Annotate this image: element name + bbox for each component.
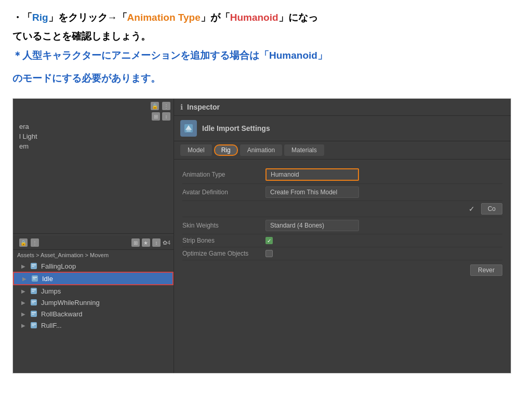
avatar-definition-value[interactable]: Create From This Model (265, 187, 359, 198)
jump-running-arrow: ▶ (21, 300, 25, 305)
inspector-panel: ℹ Inspector Idle Import Settings Model R… (174, 99, 511, 373)
animation-type-label: Animation Type (182, 171, 265, 178)
optimize-checkbox[interactable] (265, 250, 273, 257)
idle-label: Idle (42, 275, 53, 283)
svg-rect-8 (32, 291, 34, 292)
svg-rect-1 (32, 264, 36, 265)
import-settings-header: Idle Import Settings (174, 116, 511, 141)
page-container: ・「Rig」をクリック→「Animation Type」が「Humanoid」に… (0, 0, 532, 374)
file-icon-jumps (30, 287, 38, 295)
hierarchy-em[interactable]: em (13, 141, 174, 151)
project-toolbar: 🔒 ⋮ ⊞ ★ ↕ ✿4 (13, 236, 174, 250)
project-lock-icon: 🔒 (19, 238, 28, 247)
tab-materials[interactable]: Materials (284, 144, 324, 156)
project-panel: 🔒 ⋮ ⊞ ★ ↕ ✿4 Assets > Asset_Animation > … (13, 234, 174, 373)
more-arrow: ▶ (21, 323, 25, 328)
project-count: ✿4 (163, 240, 170, 246)
avatar-definition-label: Avatar Definition (182, 189, 265, 196)
animation-type-value[interactable]: Humanoid (265, 168, 359, 181)
line2: ていることを確認しましょう。 (12, 28, 520, 45)
svg-rect-16 (32, 324, 36, 325)
configure-row: ✓ Co (182, 201, 502, 217)
file-icon-rollbackward (30, 310, 38, 318)
project-item-jumpwhilerunning[interactable]: ▶ JumpWhileRunning (13, 297, 174, 308)
line1: ・「Rig」をクリック→「Animation Type」が「Humanoid」に… (12, 9, 520, 26)
strip-bones-checkbox[interactable]: ✓ (265, 237, 273, 244)
line1-animation-type: Animation Type (127, 12, 201, 23)
project-filter-icon: ★ (142, 238, 150, 247)
more-icon: ⋮ (162, 102, 170, 110)
svg-rect-13 (32, 312, 36, 313)
skin-weights-value[interactable]: Standard (4 Bones) (265, 220, 359, 231)
tab-rig[interactable]: Rig (214, 144, 238, 156)
line3-mid: 」 (317, 50, 327, 61)
left-panel: 🔒 ⋮ ⊞ ↕ era l Light em (13, 99, 174, 373)
project-lock-bar: 🔒 ⋮ (16, 237, 42, 248)
sort-icon: ↕ (162, 112, 170, 121)
project-more-icon: ⋮ (31, 238, 39, 247)
project-sort-icon: ↕ (152, 238, 161, 247)
line3: ＊人型キャラクターにアニメーションを追加する場合は「Humanoid」 (12, 47, 520, 64)
svg-rect-14 (32, 314, 34, 315)
hierarchy-era[interactable]: era (13, 122, 174, 131)
tab-animation[interactable]: Animation (240, 144, 282, 156)
skin-weights-label: Skin Weights (182, 222, 265, 229)
project-item-jumps[interactable]: ▶ Jumps (13, 285, 174, 297)
line4: のモードにする必要があります。 (12, 70, 520, 87)
revert-button[interactable]: Rever (470, 264, 502, 276)
configure-button[interactable]: Co (481, 203, 502, 215)
hierarchy-panel: 🔒 ⋮ ⊞ ↕ era l Light em (13, 99, 174, 234)
svg-rect-7 (32, 289, 36, 290)
skin-weights-row: Skin Weights Standard (4 Bones) (182, 217, 502, 234)
avatar-definition-row: Avatar Definition Create From This Model (182, 184, 502, 201)
file-icon-jumpwhilerunning (30, 298, 38, 307)
file-icon-fallingloop (30, 262, 38, 270)
line3-humanoid: Humanoid (269, 50, 317, 61)
idle-arrow-icon: ▶ (22, 276, 26, 282)
project-item-fallingloop[interactable]: ▶ FallingLoop (13, 260, 174, 272)
line3-prefix: ＊人型キャラクターにアニメーションを追加する場合は「 (12, 50, 269, 61)
project-breadcrumb: Assets > Asset_Animation > Movem (13, 250, 174, 260)
line1-prefix: ・「 (12, 12, 32, 23)
hierarchy-light[interactable]: l Light (13, 131, 174, 141)
rollbackward-label: RollBackward (41, 310, 82, 318)
project-item-more[interactable]: ▶ RullF... (13, 320, 174, 331)
inspector-body: Animation Type Humanoid Avatar Definitio… (174, 159, 511, 373)
arrow-icon: ▶ (21, 263, 25, 269)
tab-model[interactable]: Model (180, 144, 212, 156)
line1-mid2: 」が「 (201, 12, 230, 23)
more-label: RullF... (41, 322, 62, 329)
project-item-idle[interactable]: ▶ Idle (13, 272, 174, 285)
model-icon (180, 120, 197, 137)
line2-continuation: ていることを確認しましょう。 (12, 31, 151, 42)
project-item-rollbackward[interactable]: ▶ RollBackward (13, 308, 174, 320)
svg-rect-2 (32, 266, 34, 267)
scene-icon: ⊞ (152, 112, 160, 121)
text-section: ・「Rig」をクリック→「Animation Type」が「Humanoid」に… (0, 0, 532, 98)
svg-rect-17 (32, 325, 34, 326)
strip-bones-row: Strip Bones ✓ (182, 234, 502, 247)
jumpwhilerunning-label: JumpWhileRunning (41, 299, 100, 307)
screenshot: 🔒 ⋮ ⊞ ↕ era l Light em (12, 98, 511, 374)
svg-rect-11 (32, 302, 34, 303)
lock-icon-bar: 🔒 ⋮ (13, 101, 174, 111)
revert-row: Rever (182, 260, 502, 280)
optimize-row: Optimize Game Objects (182, 247, 502, 260)
import-settings-title: Idle Import Settings (202, 124, 270, 132)
hierarchy-toolbar: ⊞ ↕ (13, 111, 174, 122)
line1-suffix: 」になっ (278, 12, 318, 23)
svg-rect-10 (32, 301, 36, 302)
project-scene-icon: ⊞ (131, 238, 140, 247)
line1-humanoid: Humanoid (230, 12, 278, 23)
info-icon: ℹ (180, 103, 183, 111)
line1-rig: Rig (32, 12, 48, 23)
line1-mid1: 」をクリック→「 (48, 12, 127, 23)
line4-text: のモードにする必要があります。 (12, 73, 161, 84)
fallingloop-label: FallingLoop (41, 262, 76, 270)
jumps-arrow-icon: ▶ (21, 288, 25, 294)
animation-type-row: Animation Type Humanoid (182, 166, 502, 184)
svg-rect-4 (33, 277, 37, 278)
inspector-header: ℹ Inspector (174, 99, 511, 116)
checkmark-icon: ✓ (469, 205, 475, 213)
inspector-title: Inspector (187, 103, 220, 111)
